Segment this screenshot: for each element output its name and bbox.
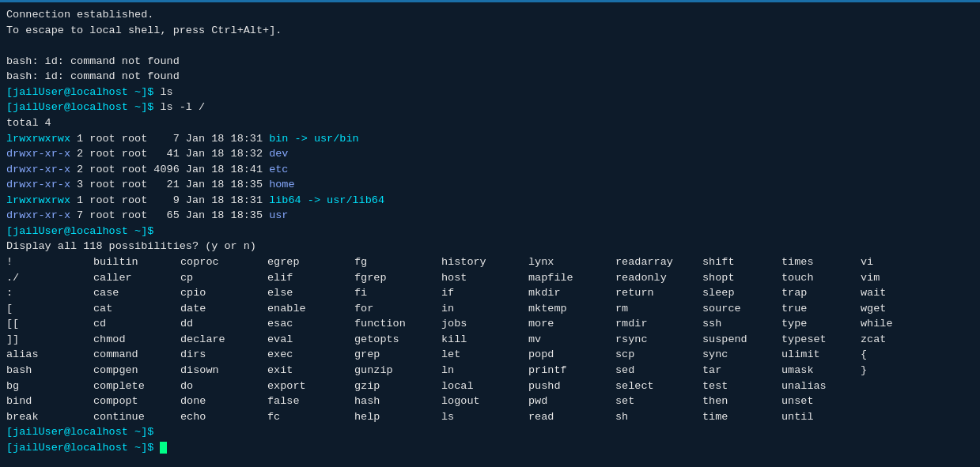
col1-r10: bind [6, 394, 93, 409]
col7-r3: mkdir [528, 285, 615, 301]
col5-r7: grep [354, 347, 441, 363]
col2-r10: compopt [93, 394, 180, 409]
prompt: [jailUser@localhost ~]$ [6, 101, 160, 113]
col6-r2: host [441, 270, 528, 286]
name-bin: bin -> usr/bin [269, 133, 358, 145]
perm-etc: drwxr-xr-x [6, 164, 70, 175]
line-bin: lrwxrwxrwx 1 root root 7 Jan 18 18:31 bi… [6, 131, 974, 147]
line-prompt-after: [jailUser@localhost ~]$ [6, 424, 974, 440]
command-lsl: ls -l / [160, 101, 205, 113]
col11-r7: { [861, 347, 908, 363]
col3-r11: echo [180, 409, 267, 425]
col7-r7: popd [528, 347, 615, 363]
name-lib64: lib64 -> usr/lib64 [269, 194, 384, 206]
col2-r8: compgen [93, 363, 180, 378]
col10-r2: touch [781, 270, 861, 286]
col10-r10: unset [781, 394, 861, 409]
col7-r11: read [528, 409, 615, 425]
line-total: total 4 [6, 115, 974, 131]
col11-r5: while [861, 316, 908, 332]
col4-r2: elif [267, 270, 354, 286]
col3-r9: do [180, 378, 267, 394]
col7-r6: mv [528, 332, 615, 348]
name-usr: usr [269, 209, 288, 221]
col6-r3: if [441, 285, 528, 301]
col3-r4: date [180, 301, 267, 317]
col10-r3: trap [781, 285, 861, 301]
col10-r6: typeset [781, 332, 861, 348]
col6-r4: in [441, 301, 528, 317]
name-home: home [269, 179, 294, 190]
col2-r2: caller [93, 270, 180, 286]
meta-usr: 7 root root 65 Jan 18 18:35 [70, 209, 269, 221]
col4-r10: false [267, 394, 354, 409]
line-home: drwxr-xr-x 3 root root 21 Jan 18 18:35 h… [6, 177, 974, 193]
col9-r8: tar [702, 363, 781, 378]
col6-r11: ls [441, 409, 528, 425]
terminal[interactable]: { "terminal": { "title": "Terminal", "li… [0, 0, 980, 467]
line-prompt-empty: [jailUser@localhost ~]$ [6, 224, 974, 239]
prompt: [jailUser@localhost ~]$ [6, 86, 160, 98]
col7-r8: printf [528, 363, 615, 378]
meta-etc: 2 root root 4096 Jan 18 18:41 [70, 164, 269, 175]
col1-r4: [ [6, 301, 93, 317]
col5-r6: getopts [354, 332, 441, 348]
col2-r5: cd [93, 316, 180, 332]
col8-r5: rmdir [615, 316, 702, 332]
col1-r11: break [6, 409, 93, 425]
col1-r6: ]] [6, 332, 93, 348]
line-connection: Connection established. [6, 7, 974, 23]
col2-r1: builtin [93, 254, 180, 270]
col1-r7: alias [6, 347, 93, 363]
col11-r4: wget [861, 301, 908, 317]
col5-r5: function [354, 316, 441, 332]
perm-dev: drwxr-xr-x [6, 148, 70, 160]
col4-r1: egrep [267, 254, 354, 270]
line-question: Display all 118 possibilities? (y or n) [6, 239, 974, 254]
col6-r5: jobs [441, 316, 528, 332]
col1-r5: [[ [6, 316, 93, 332]
col2-r9: complete [93, 378, 180, 394]
col11-r6: zcat [861, 332, 908, 348]
line-dev: drwxr-xr-x 2 root root 41 Jan 18 18:32 d… [6, 146, 974, 162]
col10-r1: times [781, 254, 861, 270]
name-etc: etc [269, 164, 288, 175]
col3-r10: done [180, 394, 267, 409]
col4-r7: exec [267, 347, 354, 363]
col10-r11: until [781, 409, 861, 425]
meta-home: 3 root root 21 Jan 18 18:35 [70, 179, 269, 190]
line-final-prompt: [jailUser@localhost ~]$ [6, 440, 974, 456]
col11-r1: vi [861, 254, 908, 270]
line-escape: To escape to local shell, press Ctrl+Alt… [6, 23, 974, 39]
col4-r9: export [267, 378, 354, 394]
col9-r10: then [702, 394, 781, 409]
col6-r9: local [441, 378, 528, 394]
meta-dev: 2 root root 41 Jan 18 18:32 [70, 148, 269, 160]
col8-r10: set [615, 394, 702, 409]
col10-r5: type [781, 316, 861, 332]
line-cmd-lsl: [jailUser@localhost ~]$ ls -l / [6, 100, 974, 115]
col3-r6: declare [180, 332, 267, 348]
col8-r6: rsync [615, 332, 702, 348]
col9-r9: test [702, 378, 781, 394]
col8-r8: sed [615, 363, 702, 378]
col1-r1: ! [6, 254, 93, 270]
col5-r2: fgrep [354, 270, 441, 286]
perm-lib64: lrwxrwxrwx [6, 194, 70, 206]
col9-r1: shift [702, 254, 781, 270]
col4-r8: exit [267, 363, 354, 378]
col8-r2: readonly [615, 270, 702, 286]
col5-r3: fi [354, 285, 441, 301]
col3-r8: disown [180, 363, 267, 378]
col2-r7: command [93, 347, 180, 363]
col3-r2: cp [180, 270, 267, 286]
col8-r11: sh [615, 409, 702, 425]
cursor [160, 442, 167, 454]
col2-r3: case [93, 285, 180, 301]
col11-r3: wait [861, 285, 908, 301]
col9-r11: time [702, 409, 781, 425]
col2-r6: chmod [93, 332, 180, 348]
col2-r11: continue [93, 409, 180, 425]
col9-r5: ssh [702, 316, 781, 332]
col3-r5: dd [180, 316, 267, 332]
